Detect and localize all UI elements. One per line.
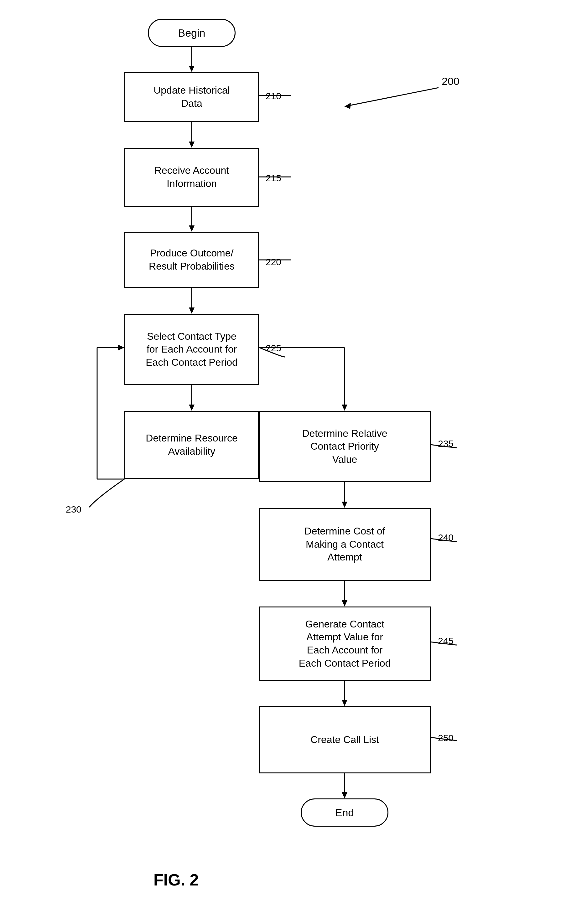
produce-outcome-box: Produce Outcome/ Result Probabilities <box>124 232 259 288</box>
determine-resource-label: Determine Resource Availability <box>146 432 237 458</box>
update-historical-box: Update Historical Data <box>124 72 259 122</box>
produce-outcome-label: Produce Outcome/ Result Probabilities <box>149 247 235 273</box>
svg-marker-24 <box>342 792 347 799</box>
generate-contact-box: Generate Contact Attempt Value for Each … <box>259 607 431 681</box>
determine-resource-box: Determine Resource Availability <box>124 411 259 479</box>
svg-line-25 <box>345 87 438 106</box>
determine-relative-label: Determine Relative Contact Priority Valu… <box>302 427 387 466</box>
svg-marker-20 <box>342 600 347 607</box>
label-200: 200 <box>441 75 460 87</box>
label-225: 225 <box>266 343 281 353</box>
fig-label: FIG. 2 <box>154 870 198 889</box>
select-contact-box: Select Contact Type for Each Account for… <box>124 314 259 385</box>
generate-contact-label: Generate Contact Attempt Value for Each … <box>299 618 391 670</box>
svg-marker-18 <box>342 502 347 508</box>
determine-relative-box: Determine Relative Contact Priority Valu… <box>259 411 431 482</box>
create-call-box: Create Call List <box>259 706 431 774</box>
svg-marker-3 <box>189 142 195 148</box>
label-250: 250 <box>438 733 453 743</box>
end-terminal: End <box>301 799 389 827</box>
select-contact-label: Select Contact Type for Each Account for… <box>146 330 238 369</box>
svg-marker-16 <box>118 345 124 350</box>
svg-marker-22 <box>342 700 347 706</box>
update-historical-label: Update Historical Data <box>154 84 230 110</box>
create-call-label: Create Call List <box>311 733 379 746</box>
svg-marker-7 <box>189 307 195 314</box>
label-245: 245 <box>438 635 453 646</box>
label-220: 220 <box>266 257 281 267</box>
svg-marker-5 <box>189 226 195 232</box>
label-215: 215 <box>266 173 281 183</box>
svg-marker-1 <box>189 66 195 72</box>
label-210: 210 <box>266 91 281 101</box>
determine-cost-box: Determine Cost of Making a Contact Attem… <box>259 508 431 581</box>
receive-account-label: Receive Account Information <box>154 164 229 190</box>
label-235: 235 <box>438 438 453 449</box>
receive-account-box: Receive Account Information <box>124 148 259 207</box>
svg-marker-26 <box>345 103 351 109</box>
label-230: 230 <box>66 504 81 515</box>
determine-cost-label: Determine Cost of Making a Contact Attem… <box>304 525 385 564</box>
svg-marker-12 <box>342 404 347 411</box>
begin-terminal: Begin <box>148 19 236 47</box>
label-240: 240 <box>438 532 453 543</box>
svg-marker-9 <box>189 404 195 411</box>
diagram-container: Begin Update Historical Data 210 200 Rec… <box>0 0 582 924</box>
